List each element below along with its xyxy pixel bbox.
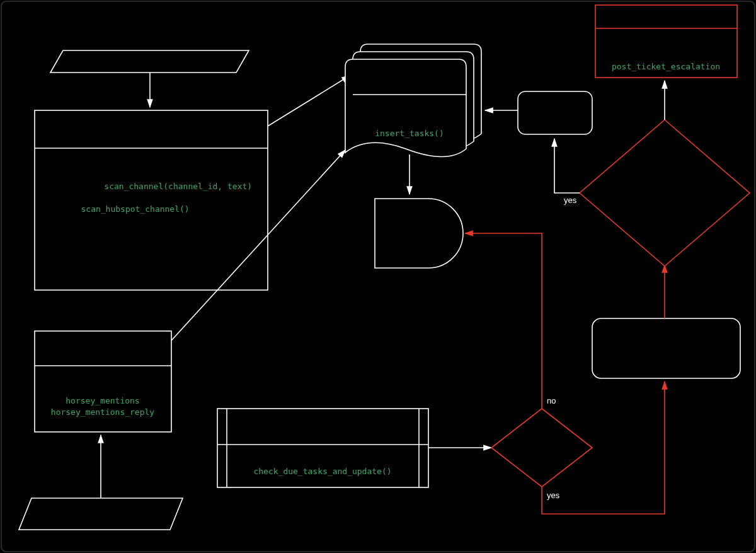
svg-text:Call the Help Platform API: Call the Help Platform API [619,338,713,347]
svg-text:check_due_tasks_and_update(): check_due_tasks_and_update() [253,467,391,476]
svg-text:Time (delay): Time (delay) [396,229,441,238]
svg-text:messages.: messages. [47,216,87,225]
label-yes-1: yes [547,491,560,500]
svg-text:Edge Functions:: Edge Functions: [73,376,132,385]
svg-text:remaining tasks: remaining tasks [526,114,584,124]
svg-text:removing: removing [538,103,571,112]
svg-text:Slack watcher (Horsey) sees th: Slack watcher (Horsey) sees the [92,117,210,127]
svg-text:Function scan_hubspot_channel(: Function scan_hubspot_channel() to get l… [47,204,234,214]
svg-text:Cron-job to watch &: Cron-job to watch & [287,416,358,426]
svg-text:and respond back.: and respond back. [69,349,137,358]
flow-diagram: Message comes in monitored channel Slack… [0,0,756,553]
svg-text:Postgres trigger function: Postgres trigger function [365,117,454,127]
svg-text:horsey_mentions_reply: horsey_mentions_reply [51,407,155,417]
node-escalate: Post on slack escalating Technical detai… [595,5,737,78]
svg-rect-49 [518,91,592,134]
svg-text:ticket appeared in slack?: ticket appeared in slack? [619,193,709,202]
svg-text:which calls the Edge: which calls the Edge [47,193,122,202]
svg-text:Horsey adds: Horsey adds [387,67,433,76]
svg-text:insert_tasks(): insert_tasks() [375,129,444,138]
svg-text:postgres function: postgres function [291,454,353,463]
node-delay: Time (delay) [375,199,463,268]
svg-text:message: message [135,128,168,137]
svg-rect-42 [592,318,740,378]
node-add-tasks: Horsey adds checking tasks Technical det… [345,44,481,157]
svg-text:Technical details:: Technical details: [120,158,183,167]
svg-text:a cron job calls scan_channel(: a cron job calls scan_channel(channel_id… [47,182,252,191]
svg-text:on a thread: on a thread [80,515,122,524]
svg-text:table slack_msg.: table slack_msg. [47,250,108,259]
svg-text:consume tasks: consume tasks [295,428,350,437]
svg-text:Is there a reply after the: Is there a reply after the [621,182,707,191]
svg-text:Technical details:: Technical details: [635,33,697,43]
label-yes-2: yes [564,195,577,205]
node-task-due: Task is due [491,409,592,487]
node-slack-watcher: Slack watcher (Horsey) sees the message … [35,110,268,290]
svg-text:Technical details:: Technical details: [379,101,441,110]
svg-text:post_ticket_escalation: post_ticket_escalation [612,62,720,71]
svg-text:& check if there is a response: & check if there is a response [612,351,720,360]
node-reply-check: Is there a reply after the ticket appear… [580,120,750,266]
svg-text:horsey_mentions: horsey_mentions [66,396,139,405]
node-cron: Cron-job to watch & consume tasks postgr… [217,409,428,487]
label-no: no [547,396,556,405]
svg-text:Someone @mentions horsey: Someone @mentions horsey [48,503,154,513]
svg-text:Post on slack escalating: Post on slack escalating [622,13,709,22]
svg-text:Update tasks due time: Update tasks due time [62,338,143,347]
svg-text:Edge function: Edge function [641,50,691,60]
node-removing: removing remaining tasks [518,91,592,134]
node-call-api: Call the Help Platform API & check if th… [592,318,740,378]
svg-text:Task is due: Task is due [521,443,562,453]
node-message-in-text: Message comes in monitored channel [81,57,219,66]
svg-text:If there are messages, they ar: If there are messages, they are included… [47,238,215,248]
svg-text:checking tasks: checking tasks [382,78,437,87]
node-update-tasks: Update tasks due time and respond back. … [35,331,171,432]
